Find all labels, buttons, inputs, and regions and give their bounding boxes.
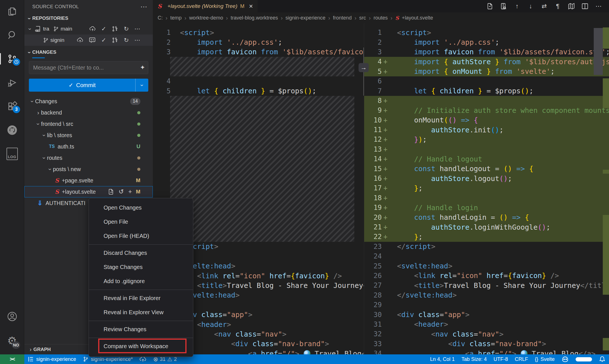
copilot-usage-pill[interactable] — [572, 354, 595, 364]
menu-item-reveal-in-explorer-view[interactable]: Reveal in Explorer View — [89, 305, 193, 319]
sidebar-more-icon[interactable]: ⋯ — [140, 3, 147, 11]
menu-item-reveal-in-file-explorer[interactable]: Reveal in File Explorer — [89, 291, 193, 305]
word-wrap-map-icon[interactable] — [567, 1, 576, 11]
tab-label: +layout.svelte (Working Tree) — [167, 3, 237, 9]
code-line: 16+ authStore.logout(); — [364, 174, 609, 183]
refresh-icon[interactable]: ↻ — [124, 37, 129, 44]
commit-check-icon[interactable]: ✓ — [101, 25, 106, 32]
account-icon[interactable] — [0, 309, 24, 324]
git-status-letter: M — [136, 189, 140, 195]
repository-row[interactable]: › tra main ✓ — [24, 23, 153, 35]
commit-button[interactable]: ✓ Commit › — [29, 79, 148, 92]
code-line: 22+ }; — [364, 232, 609, 242]
repositories-section-header[interactable]: › REPOSITORIES — [24, 14, 153, 23]
breadcrumb-item[interactable]: temp — [170, 15, 182, 21]
status-dot — [137, 111, 140, 114]
git-status-letter: M — [136, 177, 140, 184]
breadcrumb-separator: › — [328, 15, 330, 21]
tree-row-backend[interactable]: ›backend — [24, 107, 153, 118]
tree-row-lib-stores[interactable]: ›lib \ stores — [24, 130, 153, 141]
inline-view-icon[interactable] — [499, 1, 508, 11]
breadcrumb-item[interactable]: +layout.svelte — [402, 15, 433, 21]
code-review-icon[interactable] — [89, 37, 96, 44]
commit-check-icon[interactable]: ✓ — [101, 37, 106, 44]
open-file-icon[interactable] — [108, 189, 114, 195]
worktree-row[interactable]: signin ✓ — [24, 35, 153, 46]
publish-icon[interactable] — [89, 26, 96, 32]
breadcrumb-item[interactable]: travel-blog.worktrees — [231, 15, 278, 21]
create-pr-icon[interactable] — [112, 37, 118, 43]
sparkle-icon[interactable]: ✦ — [140, 64, 145, 71]
menu-item-discard-changes[interactable]: Discard Changes — [89, 246, 193, 260]
changes-tree: ›Changes14›backend›frontend \ src›lib \ … — [24, 96, 153, 209]
tab-layout-svelte[interactable]: S +layout.svelte (Working Tree) M × — [153, 0, 258, 12]
swap-sides-icon[interactable]: ⇄ — [539, 1, 549, 11]
breadcrumb-item[interactable]: frontend — [333, 15, 352, 21]
cursor-position[interactable]: Ln 4, Col 1 — [427, 354, 458, 364]
language-mode[interactable]: {} Svelte — [531, 354, 558, 364]
code-line: 17+ }; — [364, 183, 609, 193]
extensions-icon[interactable]: 3 — [0, 99, 24, 114]
tree-row-posts-new[interactable]: ›posts \ new — [24, 163, 153, 175]
breadcrumb-item[interactable]: worktree-demo — [189, 15, 223, 21]
tree-row-frontend-src[interactable]: ›frontend \ src — [24, 118, 153, 130]
breadcrumb-item[interactable]: routes — [374, 15, 388, 21]
encoding[interactable]: UTF-8 — [490, 354, 511, 364]
create-pr-icon[interactable] — [112, 26, 118, 32]
log-icon[interactable]: LOG — [0, 147, 24, 161]
menu-item-add-to-gitignore[interactable]: Add to .gitignore — [89, 274, 193, 288]
menu-item-open-file-head-[interactable]: Open File (HEAD) — [89, 229, 193, 243]
refresh-icon[interactable]: ↻ — [124, 25, 129, 32]
explorer-icon[interactable] — [0, 4, 24, 19]
commit-dropdown[interactable]: › — [135, 79, 148, 92]
notifications-bell-icon[interactable] — [595, 354, 609, 364]
scrollbar-thumb[interactable] — [594, 28, 603, 75]
source-control-icon[interactable] — [0, 51, 24, 66]
revert-arrow-button[interactable]: → — [359, 63, 369, 72]
commit-message-box: ✦ — [29, 61, 148, 74]
publish-icon[interactable] — [77, 37, 83, 43]
tab-bar: S +layout.svelte (Working Tree) M × ↑ ↓ — [153, 0, 609, 12]
discard-icon[interactable]: ↺ — [119, 188, 124, 195]
tree-row-changes[interactable]: ›Changes14 — [24, 96, 153, 107]
previous-change-icon[interactable]: ↑ — [512, 1, 522, 11]
menu-item-review-changes[interactable]: Review Changes — [89, 322, 193, 336]
remote-indicator[interactable]: >< — [0, 354, 24, 364]
breadcrumb-item[interactable]: signin-experience — [286, 15, 325, 21]
menu-item-stage-changes[interactable]: Stage Changes — [89, 260, 193, 274]
tab-size[interactable]: Tab Size: 4 — [458, 354, 490, 364]
code-line: 4+ import { authStore } from '$lib/store… — [364, 57, 609, 66]
editor-more-icon[interactable]: ⋯ — [594, 1, 603, 11]
settings-gear-icon[interactable]: ⚙ NO — [0, 333, 24, 348]
menu-item-open-file[interactable]: Open File — [89, 215, 193, 229]
commit-message-input[interactable] — [29, 64, 148, 71]
github-icon[interactable] — [0, 123, 24, 137]
whitespace-icon[interactable]: ¶ — [553, 1, 563, 11]
search-icon[interactable] — [0, 28, 24, 42]
tree-row--layout-svelte[interactable]: S+layout.svelte↺+M — [24, 186, 153, 197]
open-file-icon[interactable] — [485, 1, 495, 11]
changes-section-header[interactable]: › CHANGES — [24, 48, 153, 57]
run-debug-icon[interactable] — [0, 75, 24, 90]
diff-modified-pane[interactable]: 1<script>2 import '../app.css';3 import … — [364, 23, 609, 354]
code-line: 24 — [364, 251, 609, 261]
close-icon[interactable]: × — [249, 2, 253, 10]
next-change-icon[interactable]: ↓ — [526, 1, 535, 11]
worktree-more-icon[interactable]: ⋯ — [134, 37, 140, 44]
worktree-status-item[interactable]: signin-experience — [24, 354, 80, 364]
code-line: 30<div class="app"> — [364, 310, 609, 319]
menu-item-open-changes[interactable]: Open Changes — [89, 201, 193, 215]
code-line: 32 <nav class="nav"> — [364, 329, 609, 339]
breadcrumb-item[interactable]: src — [359, 15, 366, 21]
breadcrumb-item[interactable]: C: — [158, 15, 163, 21]
eol-sequence[interactable]: CRLF — [511, 354, 531, 364]
tree-row-auth-ts[interactable]: TSauth.tsU — [24, 141, 153, 152]
repo-more-icon[interactable]: ⋯ — [134, 25, 140, 32]
stage-icon[interactable]: + — [128, 188, 132, 195]
code-line: 18+ — [364, 193, 609, 203]
split-editor-icon[interactable] — [580, 1, 590, 11]
copilot-icon[interactable] — [558, 354, 572, 364]
tree-row--page-svelte[interactable]: S+page.svelteM — [24, 175, 153, 186]
tree-row-routes[interactable]: ›routes — [24, 152, 153, 163]
menu-item-compare-with-workspace[interactable]: Compare with Workspace — [89, 339, 193, 353]
